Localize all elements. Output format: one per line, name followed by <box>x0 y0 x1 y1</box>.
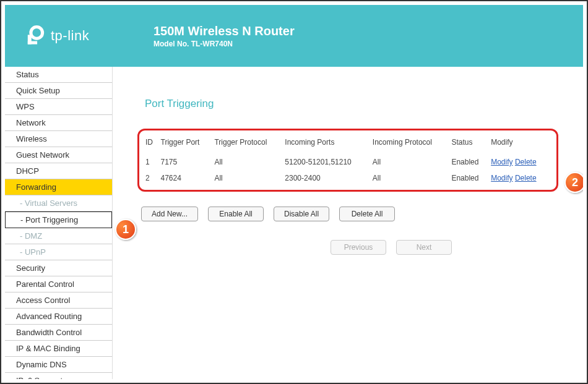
sidebar-item-wps[interactable]: WPS <box>5 99 112 115</box>
sidebar-item-upnp[interactable]: - UPnP <box>5 244 112 260</box>
cell-status: Enabled <box>449 170 488 186</box>
sidebar-item-parental-control[interactable]: Parental Control <box>5 276 112 292</box>
callout-2: 2 <box>564 172 583 193</box>
add-new-button[interactable]: Add New... <box>141 207 198 221</box>
table-row: 247624All2300-2400AllEnabledModify Delet… <box>143 170 550 186</box>
cell-modify: Modify Delete <box>488 170 550 186</box>
cell-modify: Modify Delete <box>488 154 550 170</box>
sidebar: StatusQuick SetupWPSNetworkWirelessGuest… <box>5 67 113 379</box>
sidebar-item-dmz[interactable]: - DMZ <box>5 228 112 244</box>
col-status: Status <box>449 134 488 154</box>
table-row: 17175All51200-51201,51210AllEnabledModif… <box>143 154 550 170</box>
action-buttons: Add New... Enable All Disable All Delete… <box>137 207 558 221</box>
modify-link[interactable]: Modify <box>491 158 512 166</box>
brand-text: tp-link <box>51 28 89 44</box>
svg-rect-2 <box>28 41 37 45</box>
sidebar-item-security[interactable]: Security <box>5 260 112 276</box>
sidebar-item-dhcp[interactable]: DHCP <box>5 163 112 179</box>
sidebar-item-dynamic-dns[interactable]: Dynamic DNS <box>5 357 112 373</box>
logo: tp-link <box>24 25 147 46</box>
col-incoming-protocol: Incoming Protocol <box>370 134 449 154</box>
title-block: 150M Wireless N Router Model No. TL-WR74… <box>153 24 295 48</box>
page-title: Port Triggering <box>145 98 558 110</box>
cell-trigger-protocol: All <box>212 154 282 170</box>
port-triggering-table-highlight: ID Trigger Port Trigger Protocol Incomin… <box>137 129 558 192</box>
content-area: Port Triggering ID Trigger Port Trigger … <box>113 67 583 379</box>
enable-all-button[interactable]: Enable All <box>208 207 264 221</box>
modify-link[interactable]: Modify <box>491 174 512 182</box>
sidebar-item-forwarding[interactable]: Forwarding <box>5 179 112 195</box>
sidebar-item-status[interactable]: Status <box>5 67 112 83</box>
col-trigger-protocol: Trigger Protocol <box>212 134 282 154</box>
cell-incoming-ports: 2300-2400 <box>282 170 370 186</box>
cell-trigger-port: 7175 <box>158 154 212 170</box>
cell-incoming-protocol: All <box>370 154 449 170</box>
delete-all-button[interactable]: Delete All <box>339 207 395 221</box>
delete-link[interactable]: Delete <box>515 158 537 166</box>
header: tp-link 150M Wireless N Router Model No.… <box>5 5 583 67</box>
sidebar-item-wireless[interactable]: Wireless <box>5 131 112 147</box>
cell-incoming-ports: 51200-51201,51210 <box>282 154 370 170</box>
port-triggering-table: ID Trigger Port Trigger Protocol Incomin… <box>143 134 550 186</box>
tp-link-logo-icon <box>24 25 45 46</box>
cell-status: Enabled <box>449 154 488 170</box>
col-incoming-ports: Incoming Ports <box>282 134 370 154</box>
sidebar-item-virtual-servers[interactable]: - Virtual Servers <box>5 195 112 211</box>
sidebar-item-ipv6-support[interactable]: IPv6 Support <box>5 373 112 379</box>
callout-1: 1 <box>115 219 136 240</box>
delete-link[interactable]: Delete <box>515 174 537 182</box>
disable-all-button[interactable]: Disable All <box>274 207 329 221</box>
col-id: ID <box>143 134 158 154</box>
pager: Previous Next <box>137 240 558 255</box>
cell-id: 2 <box>143 170 158 186</box>
sidebar-item-bandwidth-control[interactable]: Bandwidth Control <box>5 325 112 341</box>
product-title: 150M Wireless N Router <box>153 24 295 38</box>
cell-incoming-protocol: All <box>370 170 449 186</box>
previous-button[interactable]: Previous <box>331 240 386 255</box>
sidebar-item-port-triggering[interactable]: - Port Triggering <box>5 211 112 228</box>
sidebar-item-access-control[interactable]: Access Control <box>5 292 112 309</box>
col-trigger-port: Trigger Port <box>158 134 212 154</box>
cell-trigger-port: 47624 <box>158 170 212 186</box>
sidebar-item-network[interactable]: Network <box>5 115 112 131</box>
cell-trigger-protocol: All <box>212 170 282 186</box>
sidebar-item-guest-network[interactable]: Guest Network <box>5 147 112 163</box>
col-modify: Modify <box>488 134 550 154</box>
sidebar-item-advanced-routing[interactable]: Advanced Routing <box>5 309 112 325</box>
sidebar-item-quick-setup[interactable]: Quick Setup <box>5 83 112 99</box>
sidebar-item-ip-mac-binding[interactable]: IP & MAC Binding <box>5 341 112 357</box>
next-button[interactable]: Next <box>396 240 452 255</box>
cell-id: 1 <box>143 154 158 170</box>
svg-point-0 <box>31 27 43 39</box>
model-number: Model No. TL-WR740N <box>153 40 295 48</box>
